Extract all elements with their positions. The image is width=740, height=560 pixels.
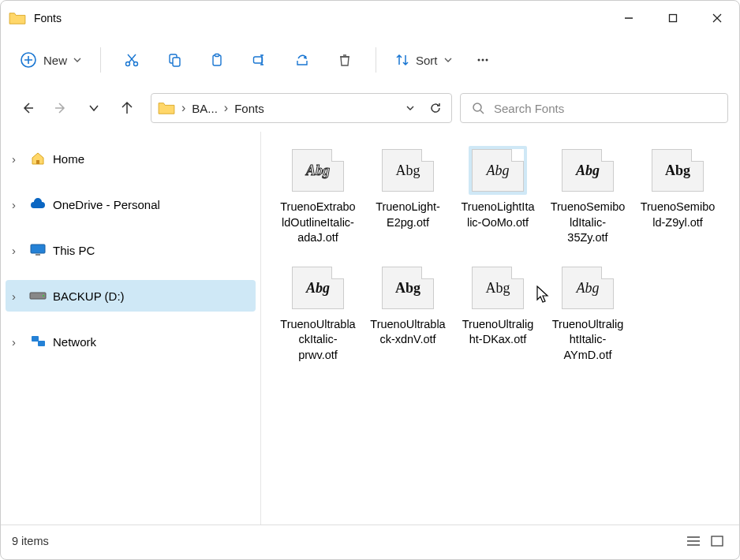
svg-point-28 [43, 295, 44, 297]
rename-icon [252, 52, 267, 68]
file-item[interactable]: AbgTruenoSemiboldItalic-35Zy.otf [550, 144, 626, 246]
navigation-row: › BA... › Fonts [1, 84, 739, 132]
recent-button[interactable] [86, 100, 102, 116]
rename-button[interactable] [240, 45, 279, 75]
new-button[interactable]: New [12, 45, 89, 75]
file-item[interactable]: AbgTruenoLightItalic-OoMo.otf [460, 144, 536, 246]
status-bar: 9 items [1, 525, 739, 556]
svg-rect-12 [173, 58, 180, 66]
network-icon [29, 334, 47, 349]
search-box[interactable] [460, 93, 728, 123]
svg-line-23 [480, 110, 484, 114]
chevron-right-icon: › [224, 101, 228, 115]
sidebar-item-network[interactable]: ›Network [6, 326, 256, 357]
svg-rect-29 [32, 336, 39, 342]
sidebar-item-drive[interactable]: ›BACKUP (D:) [6, 280, 256, 312]
nav-buttons [12, 100, 143, 116]
main-area: ›Home›OneDrive - Personal›This PC›BACKUP… [1, 132, 739, 525]
file-name: TruenoSemibold-Z9yl.otf [640, 200, 716, 230]
file-item[interactable]: AbgTruenoUltrablackItalic-prwv.otf [280, 262, 356, 364]
titlebar: Fonts [1, 1, 739, 35]
delete-button[interactable] [325, 45, 364, 75]
refresh-button[interactable] [426, 102, 445, 114]
sort-icon [395, 53, 409, 67]
file-item[interactable]: AbgTruenoSemibold-Z9yl.otf [640, 144, 716, 246]
thumbnails-view-button[interactable] [706, 531, 728, 551]
ellipsis-icon [475, 52, 491, 68]
more-button[interactable] [463, 45, 503, 75]
file-item[interactable]: AbgTruenoExtraboldOutlineItalic-adaJ.otf [280, 144, 356, 246]
minimize-button[interactable] [607, 1, 651, 35]
folder-icon [158, 101, 175, 115]
font-file-icon: Abg [382, 267, 434, 309]
back-button[interactable] [20, 100, 36, 116]
paste-button[interactable] [197, 45, 237, 75]
cut-button[interactable] [112, 45, 151, 75]
svg-point-19 [477, 59, 480, 62]
close-button[interactable] [695, 1, 739, 35]
sidebar-item-label: BACKUP (D:) [53, 289, 125, 303]
search-input[interactable] [494, 102, 716, 115]
sidebar-item-home[interactable]: ›Home [6, 143, 256, 174]
svg-rect-25 [31, 245, 45, 253]
font-file-icon: Abg [292, 267, 344, 309]
file-grid[interactable]: AbgTruenoExtraboldOutlineItalic-adaJ.otf… [261, 132, 739, 525]
toolbar: New Sort [1, 35, 739, 84]
sidebar-item-cloud[interactable]: ›OneDrive - Personal [6, 189, 256, 220]
scissors-icon [124, 52, 140, 68]
sort-button-label: Sort [416, 54, 438, 67]
file-name: TruenoExtraboldOutlineItalic-adaJ.otf [280, 200, 356, 246]
file-item[interactable]: AbgTruenoUltralight-DKax.otf [460, 262, 536, 364]
breadcrumb-dropdown[interactable] [401, 103, 420, 113]
breadcrumb-segment[interactable]: Fonts [234, 102, 264, 115]
font-file-icon: Abg [382, 149, 434, 192]
svg-line-10 [128, 54, 135, 62]
chevron-down-icon [444, 56, 452, 64]
font-file-icon: Abg [562, 149, 614, 192]
file-item[interactable]: AbgTruenoUltralightItalic-AYmD.otf [550, 262, 626, 364]
sort-button[interactable]: Sort [387, 45, 460, 75]
separator [100, 47, 101, 73]
file-name: TruenoSemiboldItalic-35Zy.otf [550, 200, 626, 246]
font-file-icon: Abg [472, 149, 524, 192]
monitor-icon [29, 242, 47, 258]
window-controls [607, 1, 739, 35]
svg-point-21 [485, 59, 488, 62]
up-button[interactable] [119, 100, 135, 116]
item-count: 9 items [12, 535, 49, 547]
svg-rect-26 [36, 254, 40, 256]
chevron-right-icon: › [12, 335, 23, 349]
svg-rect-30 [38, 341, 45, 346]
chevron-right-icon: › [12, 152, 23, 166]
svg-point-20 [481, 59, 484, 62]
svg-point-8 [134, 62, 138, 66]
home-icon [29, 151, 47, 166]
breadcrumb-segment[interactable]: BA... [192, 102, 218, 115]
svg-line-9 [129, 54, 136, 62]
sidebar-item-label: This PC [53, 244, 95, 257]
font-file-icon: Abg [292, 149, 344, 192]
chevron-right-icon: › [12, 198, 23, 211]
details-view-button[interactable] [682, 531, 704, 551]
chevron-right-icon: › [12, 244, 23, 257]
file-item[interactable]: AbgTruenoLight-E2pg.otf [370, 144, 446, 246]
file-name: TruenoLightItalic-OoMo.otf [460, 200, 536, 230]
file-item[interactable]: AbgTruenoUltrablack-xdnV.otf [370, 262, 446, 364]
breadcrumb[interactable]: › BA... › Fonts [151, 93, 452, 123]
copy-button[interactable] [155, 45, 194, 75]
svg-rect-14 [215, 54, 219, 57]
share-button[interactable] [282, 45, 322, 75]
maximize-button[interactable] [651, 1, 695, 35]
svg-point-22 [473, 103, 481, 111]
window-title: Fonts [34, 12, 607, 24]
sidebar-item-monitor[interactable]: ›This PC [6, 234, 256, 266]
font-file-icon: Abg [562, 267, 614, 309]
search-icon [472, 102, 484, 114]
forward-button[interactable] [53, 100, 69, 116]
file-name: TruenoUltrablack-xdnV.otf [370, 317, 446, 348]
clipboard-icon [209, 52, 225, 68]
folder-icon [9, 11, 26, 25]
chevron-down-icon [406, 103, 415, 113]
sidebar-item-label: Network [53, 335, 96, 349]
copy-icon [166, 52, 182, 68]
